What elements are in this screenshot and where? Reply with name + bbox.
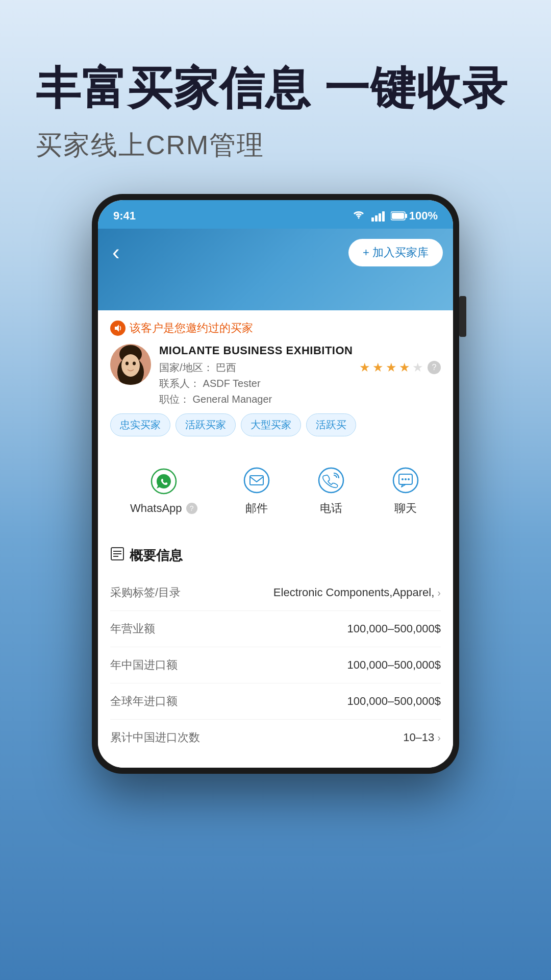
info-label-tags: 采购标签/目录 xyxy=(110,585,181,600)
tag-loyal: 忠实买家 xyxy=(110,413,170,436)
chat-label: 聊天 xyxy=(394,501,417,516)
info-value-tags: Electronic Components,Apparel, › xyxy=(273,586,441,599)
avatar-image xyxy=(110,344,151,385)
svg-point-12 xyxy=(244,468,269,493)
svg-point-8 xyxy=(121,354,140,377)
country-info: 国家/地区： 巴西 xyxy=(159,361,236,375)
battery-icon: 100% xyxy=(391,209,438,223)
info-label-import-count: 累计中国进口次数 xyxy=(110,730,200,745)
phone-container: 9:41 xyxy=(92,194,459,774)
svg-point-10 xyxy=(133,362,136,365)
svg-marker-4 xyxy=(115,325,119,332)
info-item-tags[interactable]: 采购标签/目录 Electronic Components,Apparel, › xyxy=(110,575,441,611)
tag-active: 活跃买家 xyxy=(176,413,236,436)
country-row: 国家/地区： 巴西 ★ ★ ★ ★ ★ ? xyxy=(159,360,441,375)
section-title: 概要信息 xyxy=(110,547,441,565)
app-header-image: ‹ + 加入买家库 xyxy=(98,229,453,310)
info-item-global-import: 全球年进口额 100,000–500,000$ xyxy=(110,683,441,720)
info-value-revenue: 100,000–500,000$ xyxy=(347,622,441,635)
star-5: ★ xyxy=(412,360,423,375)
info-item-revenue: 年营业额 100,000–500,000$ xyxy=(110,611,441,647)
phone-side-button xyxy=(459,296,466,337)
whatsapp-icon xyxy=(148,466,179,497)
info-item-import-count[interactable]: 累计中国进口次数 10–13 › xyxy=(110,720,441,755)
svg-point-17 xyxy=(402,478,404,480)
star-2: ★ xyxy=(372,360,384,375)
star-1: ★ xyxy=(359,360,370,375)
svg-rect-2 xyxy=(405,214,407,218)
position-info: 职位： General Manager xyxy=(159,393,441,406)
tag-active2: 活跃买 xyxy=(306,413,356,436)
tags-row: 忠实买家 活跃买家 大型买家 活跃买 xyxy=(110,413,441,436)
add-to-buyer-button[interactable]: + 加入买家库 xyxy=(348,239,443,266)
status-bar-right: 100% xyxy=(352,209,438,223)
star-rating: ★ ★ ★ ★ ★ ? xyxy=(359,360,441,375)
rating-question-icon[interactable]: ? xyxy=(428,361,441,374)
comm-email[interactable]: 邮件 xyxy=(241,465,272,516)
info-value-global-import: 100,000–500,000$ xyxy=(347,695,441,708)
status-time: 9:41 xyxy=(113,209,136,223)
info-value-china-import: 100,000–500,000$ xyxy=(347,658,441,672)
svg-rect-13 xyxy=(250,476,263,485)
info-section: 概要信息 采购标签/目录 Electronic Components,Appar… xyxy=(98,534,453,768)
info-item-china-import: 年中国进口额 100,000–500,000$ xyxy=(110,647,441,683)
phone-mockup: 9:41 xyxy=(92,194,459,774)
arrow-icon-0: › xyxy=(437,587,441,599)
comm-chat[interactable]: 聊天 xyxy=(390,465,421,516)
arrow-icon-4: › xyxy=(437,732,441,744)
svg-point-9 xyxy=(126,362,129,365)
info-label-china-import: 年中国进口额 xyxy=(110,657,178,673)
info-label-global-import: 全球年进口额 xyxy=(110,694,178,709)
email-icon xyxy=(241,465,272,496)
customer-notice: 该客户是您邀约过的买家 xyxy=(110,321,441,336)
comm-whatsapp[interactable]: WhatsApp ? xyxy=(130,466,197,515)
email-label: 邮件 xyxy=(245,501,268,516)
star-3: ★ xyxy=(386,360,397,375)
back-button[interactable]: ‹ xyxy=(108,239,124,265)
svg-point-18 xyxy=(405,478,407,480)
contact-info: 联系人： ASDF Tester xyxy=(159,377,441,390)
svg-point-19 xyxy=(408,478,410,480)
info-section-icon xyxy=(110,547,124,565)
svg-point-14 xyxy=(319,468,343,493)
signal-icon xyxy=(371,210,385,222)
notice-speaker-icon xyxy=(110,321,126,336)
customer-card: 该客户是您邀约过的买家 xyxy=(98,310,453,447)
header-section: 丰富买家信息 一键收录 买家线上CRM管理 xyxy=(0,0,551,184)
wifi-icon xyxy=(352,209,365,223)
phone-call-icon xyxy=(316,465,346,496)
communication-section: WhatsApp ? xyxy=(98,453,453,528)
company-name: MIOLANTE BUSINESS EXHIBITION xyxy=(159,344,441,357)
star-4: ★ xyxy=(399,360,410,375)
comm-phone[interactable]: 电话 xyxy=(316,465,346,516)
notice-text: 该客户是您邀约过的买家 xyxy=(130,321,253,336)
customer-details: MIOLANTE BUSINESS EXHIBITION 国家/地区： 巴西 ★… xyxy=(159,344,441,406)
whatsapp-question-icon[interactable]: ? xyxy=(186,503,197,514)
svg-point-0 xyxy=(358,217,359,219)
svg-rect-3 xyxy=(392,213,404,219)
avatar xyxy=(110,344,151,385)
info-value-import-count: 10–13 › xyxy=(403,731,441,744)
status-bar: 9:41 xyxy=(98,200,453,229)
phone-screen: 9:41 xyxy=(98,200,453,768)
tag-large: 大型买家 xyxy=(241,413,301,436)
phone-label: 电话 xyxy=(320,501,342,516)
page-content: 丰富买家信息 一键收录 买家线上CRM管理 9:41 xyxy=(0,0,551,980)
customer-info-row: MIOLANTE BUSINESS EXHIBITION 国家/地区： 巴西 ★… xyxy=(110,344,441,406)
main-title: 丰富买家信息 一键收录 xyxy=(36,61,515,115)
info-label-revenue: 年营业额 xyxy=(110,621,155,636)
sub-title: 买家线上CRM管理 xyxy=(36,128,515,163)
whatsapp-label: WhatsApp ? xyxy=(130,502,197,515)
chat-icon xyxy=(390,465,421,496)
